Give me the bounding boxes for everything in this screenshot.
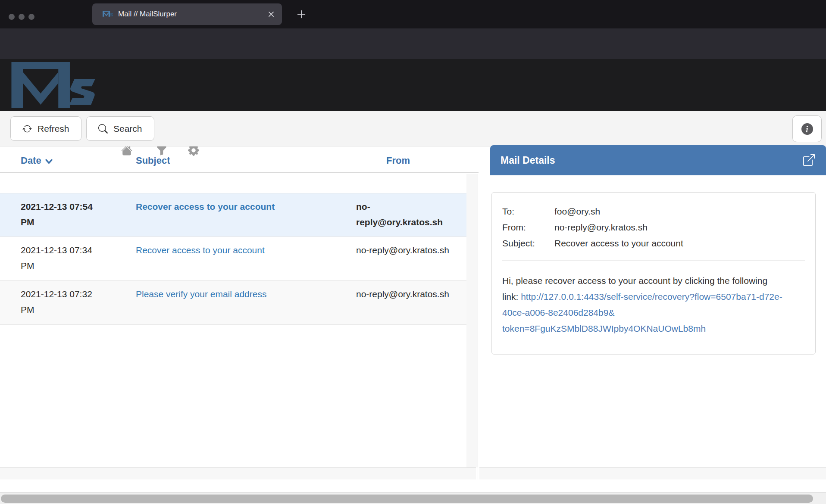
mail-date: 2021-12-13 07:54 PM bbox=[21, 199, 99, 230]
mailslurper-navbar bbox=[0, 59, 826, 111]
column-header-date-label: Date bbox=[21, 155, 41, 166]
mail-from: no-reply@ory.kratos.sh bbox=[356, 243, 452, 258]
window-minimize-button[interactable] bbox=[19, 14, 25, 20]
horizontal-scrollbar-thumb[interactable] bbox=[1, 495, 813, 503]
mail-header-fields: To: foo@ory.sh From: no-reply@ory.kratos… bbox=[502, 203, 805, 251]
list-panel-footer bbox=[0, 467, 476, 479]
browser-toolbar: 127.0.0.1:4436/# 90% bbox=[0, 28, 826, 59]
search-icon bbox=[98, 124, 108, 134]
column-header-from-label: From bbox=[386, 155, 410, 166]
details-divider bbox=[502, 260, 805, 261]
mail-subject-link[interactable]: Recover access to your account bbox=[136, 245, 265, 255]
browser-window: Mail // MailSlurper 127.0.0.1 bbox=[0, 0, 826, 504]
titlebar: Mail // MailSlurper bbox=[0, 0, 826, 28]
field-value: foo@ory.sh bbox=[554, 203, 600, 219]
mail-subject-link[interactable]: Please verify your email address bbox=[136, 289, 266, 299]
mail-body: Hi, please recover access to your accoun… bbox=[502, 273, 785, 336]
field-value: no-reply@ory.kratos.sh bbox=[554, 219, 648, 235]
mail-date: 2021-12-13 07:34 PM bbox=[21, 243, 99, 274]
tab-title: Mail // MailSlurper bbox=[118, 3, 177, 25]
mail-details-header: Mail Details bbox=[490, 145, 826, 175]
mail-header-field: Subject: Recover access to your account bbox=[502, 235, 805, 251]
sort-descending-icon bbox=[45, 159, 53, 165]
mail-header-field: To: foo@ory.sh bbox=[502, 203, 805, 219]
column-header-date[interactable]: Date bbox=[21, 155, 53, 166]
mail-details-title: Mail Details bbox=[501, 145, 555, 175]
panel-divider bbox=[478, 174, 478, 479]
new-tab-icon[interactable] bbox=[297, 9, 306, 19]
info-button[interactable] bbox=[792, 115, 822, 142]
open-external-icon[interactable] bbox=[803, 154, 815, 166]
field-label: Subject: bbox=[502, 235, 554, 251]
mail-list-row[interactable]: 2021-12-13 07:34 PM Recover access to yo… bbox=[0, 237, 466, 281]
mail-from: no-reply@ory.kratos.sh bbox=[356, 199, 452, 230]
info-icon bbox=[801, 123, 813, 135]
column-header-from[interactable]: From bbox=[386, 155, 410, 166]
window-close-button[interactable] bbox=[9, 14, 15, 20]
field-label: To: bbox=[502, 203, 554, 219]
table-header-divider bbox=[0, 172, 479, 173]
mail-subject-link[interactable]: Recover access to your account bbox=[136, 202, 275, 212]
field-label: From: bbox=[502, 219, 554, 235]
horizontal-scrollbar-track[interactable] bbox=[0, 492, 826, 504]
browser-tab[interactable]: Mail // MailSlurper bbox=[92, 3, 282, 25]
list-scroll-gutter bbox=[466, 174, 478, 467]
mailslurper-logo bbox=[11, 62, 100, 108]
mail-header-field: From: no-reply@ory.kratos.sh bbox=[502, 219, 805, 235]
search-button[interactable]: Search bbox=[86, 116, 154, 141]
column-header-subject[interactable]: Subject bbox=[136, 155, 170, 166]
window-maximize-button[interactable] bbox=[28, 14, 34, 20]
column-header-subject-label: Subject bbox=[136, 155, 170, 166]
refresh-button[interactable]: Refresh bbox=[10, 116, 81, 141]
window-controls[interactable] bbox=[9, 14, 34, 20]
mailslurper-favicon bbox=[103, 10, 114, 17]
mail-list-row[interactable]: 2021-12-13 07:54 PM Recover access to yo… bbox=[0, 193, 466, 237]
mail-details-card: To: foo@ory.sh From: no-reply@ory.kratos… bbox=[491, 192, 816, 355]
search-button-label: Search bbox=[113, 124, 142, 134]
mail-list-row[interactable]: 2021-12-13 07:32 PM Please verify your e… bbox=[0, 281, 466, 325]
mail-list: 2021-12-13 07:54 PM Recover access to yo… bbox=[0, 193, 466, 325]
tab-close-icon[interactable] bbox=[267, 10, 275, 18]
mail-from: no-reply@ory.kratos.sh bbox=[356, 286, 452, 302]
field-value: Recover access to your account bbox=[554, 235, 683, 251]
refresh-icon bbox=[22, 124, 32, 134]
recovery-link[interactable]: http://127.0.0.1:4433/self-service/recov… bbox=[502, 292, 782, 333]
app-toolbar: Refresh Search bbox=[0, 111, 826, 146]
details-panel-footer bbox=[479, 467, 826, 479]
refresh-button-label: Refresh bbox=[38, 124, 69, 134]
mail-date: 2021-12-13 07:32 PM bbox=[21, 286, 99, 317]
